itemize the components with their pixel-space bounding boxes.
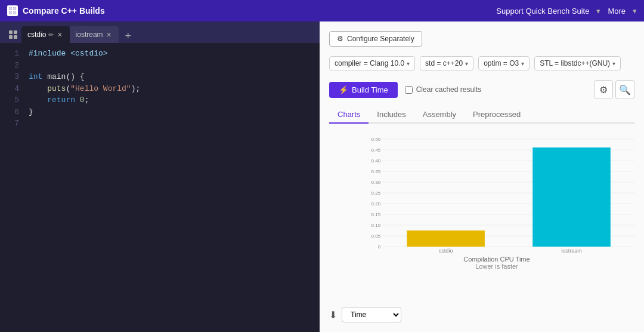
topbar-left: Compare C++ Builds — [7, 5, 105, 16]
svg-text:0: 0 — [378, 244, 381, 250]
svg-rect-4 — [9, 7, 12, 10]
stl-dropdown-arrow: ▾ — [612, 60, 615, 67]
lightning-icon: ⚡ — [339, 85, 348, 94]
download-row: ⬇ Time Memory — [329, 307, 634, 322]
tab-iostream-close[interactable]: × — [106, 30, 113, 39]
configure-label: Configure Separately — [347, 35, 414, 43]
svg-rect-10 — [9, 35, 13, 39]
editor-tabs-bar: cstdio ✏ × iostream × + — [0, 21, 320, 43]
build-btn-label: Build Time — [352, 85, 388, 94]
svg-text:0.05: 0.05 — [371, 233, 381, 239]
tab-preprocessed[interactable]: Preprocessed — [465, 106, 529, 124]
bar-cstdio — [407, 230, 485, 247]
optim-value: optim = O3 — [484, 59, 519, 67]
right-panel: ⚙ Configure Separately compiler = Clang … — [320, 21, 644, 332]
code-line-1: 1 #include <cstdio> — [0, 48, 320, 60]
chart-subtitle: Lower is faster — [359, 263, 634, 270]
build-row: ⚡ Build Time Clear cached results ⚙ 🔍 — [329, 80, 634, 99]
time-select[interactable]: Time Memory — [342, 307, 401, 322]
stl-value: STL = libstdc++(GNU) — [540, 59, 610, 67]
tab-cstdio-label: cstdio — [27, 30, 46, 39]
tab-iostream[interactable]: iostream × — [70, 26, 119, 43]
download-icon[interactable]: ⬇ — [329, 309, 337, 321]
clear-label: Clear cached results — [416, 85, 481, 94]
clear-checkbox-input[interactable] — [405, 86, 413, 94]
svg-rect-8 — [9, 30, 13, 34]
svg-text:0.50: 0.50 — [371, 137, 381, 142]
tab-includes[interactable]: Includes — [369, 106, 414, 124]
chart-area: 0.50 0.45 0.40 0.35 0.30 0.25 0.20 0.15 … — [329, 128, 634, 302]
support-link[interactable]: Support Quick Bench Suite — [496, 7, 589, 16]
edit-icon: ✏ — [48, 31, 54, 39]
add-tab-button[interactable]: + — [121, 29, 135, 43]
bar-iostream-label: iostream — [561, 248, 582, 253]
configure-icon: ⚙ — [337, 35, 343, 43]
code-editor[interactable]: 1 #include <cstdio> 2 3 int main() { 4 p… — [0, 43, 320, 332]
app-logo — [7, 5, 18, 16]
settings-icon: ⚙ — [599, 84, 608, 96]
svg-rect-6 — [9, 11, 12, 14]
stl-dropdown[interactable]: STL = libstdc++(GNU) ▾ — [534, 56, 621, 70]
svg-text:0.10: 0.10 — [371, 223, 381, 228]
svg-text:0.45: 0.45 — [371, 147, 381, 153]
topbar: Compare C++ Builds Support Quick Bench S… — [0, 0, 644, 21]
bar-cstdio-label: cstdio — [439, 248, 453, 253]
main-layout: cstdio ✏ × iostream × + 1 #include <cstd… — [0, 21, 644, 332]
tab-charts[interactable]: Charts — [329, 106, 369, 124]
std-value: std = c++20 — [425, 59, 463, 67]
search-icon-button[interactable]: 🔍 — [615, 80, 634, 99]
configure-section: ⚙ Configure Separately — [329, 31, 634, 56]
code-line-7: 7 — [0, 118, 320, 130]
more-link[interactable]: More — [608, 7, 626, 16]
code-line-3: 3 int main() { — [0, 71, 320, 83]
svg-text:0.40: 0.40 — [371, 158, 381, 164]
compiler-value: compiler = Clang 10.0 — [335, 59, 404, 67]
chart-caption: Compilation CPU Time — [359, 256, 634, 263]
code-line-2: 2 — [0, 60, 320, 72]
compiler-dropdown-arrow: ▾ — [407, 60, 410, 67]
optim-dropdown-arrow: ▾ — [521, 60, 524, 67]
search-icon: 🔍 — [619, 84, 631, 96]
tab-cstdio[interactable]: cstdio ✏ × — [21, 26, 70, 43]
clear-checkbox-label[interactable]: Clear cached results — [405, 85, 481, 94]
svg-text:0.35: 0.35 — [371, 169, 381, 174]
grid-icon-button[interactable] — [5, 26, 21, 43]
std-dropdown[interactable]: std = c++20 ▾ — [420, 56, 473, 70]
code-line-6: 6 } — [0, 106, 320, 118]
settings-icon-button[interactable]: ⚙ — [594, 80, 613, 99]
svg-rect-5 — [13, 7, 16, 10]
tab-assembly[interactable]: Assembly — [414, 106, 465, 124]
bar-chart: 0.50 0.45 0.40 0.35 0.30 0.25 0.20 0.15 … — [359, 133, 634, 253]
topbar-right: Support Quick Bench Suite ▾ More ▾ — [496, 7, 637, 16]
compiler-options-row: compiler = Clang 10.0 ▾ std = c++20 ▾ op… — [329, 56, 634, 70]
code-line-5: 5 return 0; — [0, 94, 320, 106]
svg-rect-9 — [14, 30, 17, 34]
tab-iostream-label: iostream — [76, 30, 103, 39]
svg-text:0.20: 0.20 — [371, 201, 381, 207]
svg-text:0.15: 0.15 — [371, 212, 381, 217]
compiler-dropdown[interactable]: compiler = Clang 10.0 ▾ — [329, 56, 415, 70]
svg-rect-7 — [13, 11, 16, 14]
tab-cstdio-close[interactable]: × — [56, 30, 63, 39]
svg-text:0.25: 0.25 — [371, 190, 381, 196]
app-title: Compare C++ Builds — [23, 6, 105, 16]
configure-separately-button[interactable]: ⚙ Configure Separately — [329, 31, 422, 47]
svg-rect-11 — [14, 35, 17, 39]
optim-dropdown[interactable]: optim = O3 ▾ — [478, 56, 530, 70]
right-icon-buttons: ⚙ 🔍 — [594, 80, 634, 99]
build-time-button[interactable]: ⚡ Build Time — [329, 82, 398, 98]
bar-iostream — [532, 147, 611, 247]
svg-text:0.30: 0.30 — [371, 180, 381, 185]
code-line-4: 4 puts("Hello World"); — [0, 83, 320, 95]
editor-panel: cstdio ✏ × iostream × + 1 #include <cstd… — [0, 21, 320, 332]
std-dropdown-arrow: ▾ — [465, 60, 468, 67]
content-tabs: Charts Includes Assembly Preprocessed — [329, 106, 634, 124]
